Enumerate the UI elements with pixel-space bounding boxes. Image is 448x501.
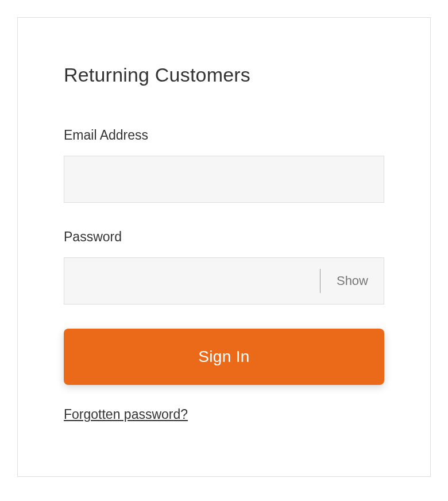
login-panel: Returning Customers Email Address Passwo… bbox=[17, 17, 431, 477]
password-input-wrapper: Show bbox=[64, 257, 384, 305]
email-input[interactable] bbox=[64, 156, 384, 203]
password-field-group: Password Show bbox=[64, 229, 384, 305]
email-field-group: Email Address bbox=[64, 128, 384, 203]
email-label: Email Address bbox=[64, 128, 384, 143]
forgotten-password-link[interactable]: Forgotten password? bbox=[64, 407, 188, 422]
password-label: Password bbox=[64, 229, 384, 245]
show-password-button[interactable]: Show bbox=[320, 269, 384, 293]
panel-heading: Returning Customers bbox=[64, 64, 384, 86]
signin-button[interactable]: Sign In bbox=[64, 329, 384, 385]
